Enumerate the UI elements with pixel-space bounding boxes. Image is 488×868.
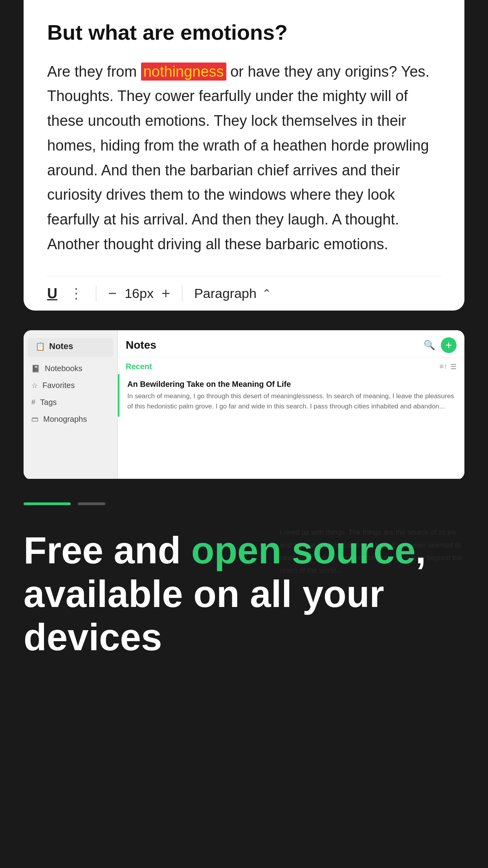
search-icon[interactable]: 🔍 <box>424 340 435 351</box>
notes-sidebar-icon: 📋 <box>35 342 45 351</box>
notes-app-container: 📋 Notes 📓 Notebooks ☆ Favorites # Tags 🗃… <box>24 330 464 480</box>
notes-list-header: Notes 🔍 + <box>118 330 464 357</box>
toolbar-paragraph-group: Paragraph ⌃ <box>182 286 271 301</box>
sidebar-notebooks-label: Notebooks <box>45 364 83 373</box>
notebooks-icon: 📓 <box>31 364 40 373</box>
notes-list-area: Notes 🔍 + Recent ≡↑ ☰ An Bewildering Tak… <box>118 330 464 480</box>
editor-toolbar: U ⋮ − 16px + Paragraph ⌃ <box>47 276 441 311</box>
notes-app-screenshot: 📋 Notes 📓 Notebooks ☆ Favorites # Tags 🗃… <box>24 330 464 480</box>
sidebar-monographs-label: Monographs <box>43 415 87 424</box>
progress-dot-active <box>24 502 71 505</box>
monographs-icon: 🗃 <box>31 415 39 423</box>
sidebar-notes-header: 📋 Notes <box>28 338 114 357</box>
sidebar-item-tags[interactable]: # Tags <box>24 394 117 411</box>
progress-indicators <box>24 502 464 505</box>
toolbar-left-group: U ⋮ <box>47 285 96 302</box>
toolbar-font-size-group: − 16px + <box>96 285 182 302</box>
headline-green: open source <box>191 529 416 571</box>
favorites-icon: ☆ <box>31 381 38 390</box>
body-before-highlight: Are they from <box>47 63 141 80</box>
article-card: But what are emotions? Are they from not… <box>24 0 464 311</box>
notes-sidebar: 📋 Notes 📓 Notebooks ☆ Favorites # Tags 🗃… <box>24 330 118 480</box>
paragraph-style-button[interactable]: Paragraph <box>194 286 257 301</box>
recent-label: Recent <box>126 362 152 371</box>
notes-list-title: Notes <box>126 339 156 351</box>
headline-part1: Free and <box>24 529 191 571</box>
sidebar-notes-label: Notes <box>49 341 73 351</box>
main-headline: Free and open source, available on all y… <box>24 529 464 659</box>
increase-font-button[interactable]: + <box>161 285 170 302</box>
sidebar-favorites-label: Favorites <box>42 381 75 390</box>
dark-section: I need up with things. The things are th… <box>0 479 488 690</box>
sidebar-tags-label: Tags <box>40 398 57 407</box>
decrease-font-button[interactable]: − <box>108 285 117 302</box>
more-options-button[interactable]: ⋮ <box>69 285 84 302</box>
add-note-icon: + <box>446 339 452 351</box>
tags-icon: # <box>31 398 35 406</box>
note-preview: In search of meaning, I go through this … <box>127 391 457 411</box>
progress-dot-inactive <box>78 502 105 505</box>
font-size-display: 16px <box>125 286 154 301</box>
article-title: But what are emotions? <box>47 20 441 45</box>
note-list-item[interactable]: An Bewildering Take on the Meaning Of Li… <box>118 374 464 417</box>
sort-icon-2[interactable]: ☰ <box>450 362 457 371</box>
highlight-word: nothingness <box>141 63 226 81</box>
sidebar-item-monographs[interactable]: 🗃 Monographs <box>24 411 117 428</box>
notes-header-actions: 🔍 + <box>424 337 457 353</box>
sort-icons: ≡↑ ☰ <box>439 362 457 371</box>
paragraph-chevron-icon[interactable]: ⌃ <box>262 287 271 300</box>
underline-button[interactable]: U <box>47 285 57 302</box>
body-after-highlight: or have they any origins? Yes. Thoughts.… <box>47 63 429 252</box>
sidebar-item-favorites[interactable]: ☆ Favorites <box>24 377 117 394</box>
article-body: Are they from nothingness or have they a… <box>47 59 441 257</box>
sort-icon-1[interactable]: ≡↑ <box>439 362 447 371</box>
note-title: An Bewildering Take on the Meaning Of Li… <box>127 380 457 389</box>
add-note-button[interactable]: + <box>441 337 457 353</box>
sidebar-item-notebooks[interactable]: 📓 Notebooks <box>24 360 117 377</box>
notes-recent-header: Recent ≡↑ ☰ <box>118 357 464 374</box>
